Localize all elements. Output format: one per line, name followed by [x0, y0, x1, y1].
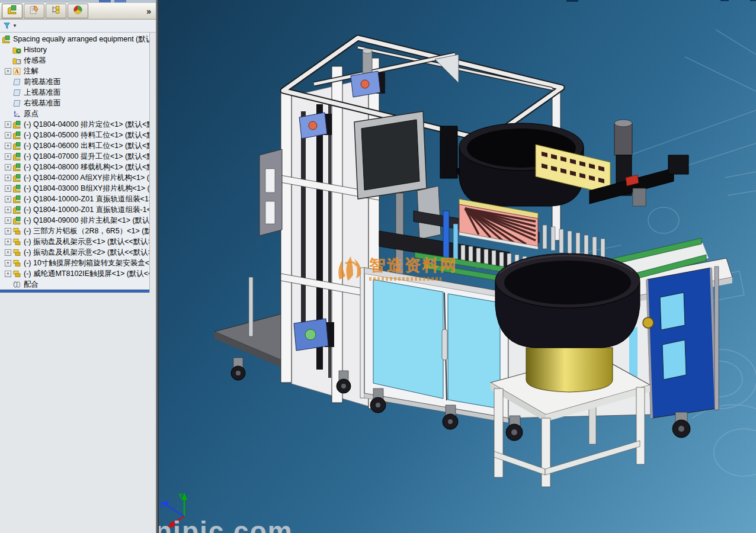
tree-item-label: (-) Q1804-06000 出料工位<1> (默认<默 — [24, 141, 149, 151]
tree-item-label: (-) Q1804-04000 排片定位<1> (默认<默 — [24, 120, 149, 130]
tree-item[interactable]: +(-) Q1804-10000-Z01 直振轨道组装-1<1 — [0, 204, 149, 215]
tree-item-label: (-) 10寸触摸屏控制箱旋转支架安装盒<1> — [24, 258, 149, 268]
plane-icon — [12, 88, 21, 97]
part-icon — [12, 227, 21, 236]
featuremanager-tree-tab[interactable] — [2, 4, 23, 18]
tree-item[interactable]: +(-) Q1804-02000 A组XY排片机构<1> (默 — [0, 172, 149, 183]
tree-item[interactable]: +(-) 振动盘及机架示意<1> (默认<<默认>_ — [0, 236, 149, 247]
funnel-icon — [3, 22, 11, 30]
tree-item[interactable]: +(-) 振动盘及机架示意<2> (默认<<默认>_ — [0, 247, 149, 258]
assembly-icon — [12, 195, 21, 204]
tree-item[interactable]: 原点 — [0, 108, 149, 119]
orientation-triad: Y Z X — [159, 492, 187, 528]
tree-item[interactable]: 前视基准面 — [0, 76, 149, 87]
tree-item[interactable]: History — [0, 44, 149, 55]
tree-item[interactable]: +(-) Q1804-04000 排片定位<1> (默认<默 — [0, 119, 149, 130]
tree-item[interactable]: 传感器 — [0, 55, 149, 66]
assembly-icon — [12, 120, 21, 129]
expand-toggle[interactable]: + — [5, 132, 11, 139]
slotted-bracket[interactable] — [260, 149, 282, 236]
displaymanager-tab[interactable] — [68, 4, 88, 18]
feature-tree: Spacing equally arranged equipment (默认 H… — [0, 33, 150, 293]
tree-item-label: (-) Q1804-02000 A组XY排片机构<1> (默 — [24, 173, 149, 183]
tree-item-label: (-) Q1804-03000 B组XY排片机构<1> (默 — [24, 184, 149, 194]
tree-item[interactable]: +(-) 10寸触摸屏控制箱旋转支架安装盒<1> — [0, 258, 149, 268]
top-edge-artifacts — [566, 0, 756, 2]
assembly-icon — [12, 142, 21, 150]
machine-3d-model[interactable] — [214, 38, 732, 487]
tree-item-label: 前视基准面 — [24, 77, 61, 87]
sensor-folder-icon — [12, 56, 21, 65]
panel-overflow-chevron[interactable]: » — [146, 7, 151, 16]
solidworks-window: » ▼ Spacing equally arranged equipment (… — [0, 0, 756, 533]
plane-icon — [12, 78, 21, 86]
assembly-icon — [12, 131, 21, 140]
tree-item[interactable]: +(-) Q1804-08000 移载机构<1> (默认<默 — [0, 162, 149, 172]
tree-item-label: (-) 振动盘及机架示意<1> (默认<<默认>_ — [24, 237, 149, 247]
tree-item-label: 原点 — [24, 109, 39, 119]
expand-toggle[interactable]: + — [5, 271, 11, 277]
tree-item-label: (-) Q1804-10000-Z01 直振轨道组装-1<1 — [24, 205, 149, 215]
configurationmanager-tab[interactable] — [46, 4, 66, 18]
machine-3d-scene: Y Z X — [159, 0, 756, 533]
expand-toggle[interactable]: + — [5, 239, 11, 245]
tree-item[interactable]: 右视基准面 — [0, 98, 149, 108]
configurationmanager-icon — [51, 5, 61, 17]
featuremanager-tab-bar: » — [0, 3, 156, 20]
assembly-icon — [12, 206, 21, 214]
expand-toggle[interactable]: + — [5, 228, 11, 235]
expand-toggle[interactable]: + — [5, 260, 11, 266]
expand-toggle[interactable]: + — [5, 121, 11, 128]
assembly-icon — [2, 35, 11, 44]
assembly-icon — [12, 216, 21, 225]
featuremanager-tree-icon — [7, 5, 17, 17]
tree-item[interactable]: +(-) Q1804-05000 待料工位<1> (默认<默 — [0, 130, 149, 140]
featuremanager-panel: » ▼ Spacing equally arranged equipment (… — [0, 0, 156, 533]
annotations-icon: A — [12, 67, 21, 76]
assembly-icon — [12, 152, 21, 161]
assembly-icon — [12, 163, 21, 172]
expand-toggle[interactable]: + — [5, 164, 11, 171]
expand-toggle[interactable]: + — [5, 175, 11, 181]
expand-toggle[interactable]: + — [5, 153, 11, 160]
tree-item-label: 上视基准面 — [24, 88, 61, 98]
expand-toggle[interactable]: + — [5, 207, 11, 213]
displaymanager-icon — [73, 5, 83, 17]
tree-item[interactable]: +A注解 — [0, 66, 149, 76]
graphics-area[interactable]: Y Z X — [159, 0, 756, 533]
tree-item[interactable]: 上视基准面 — [0, 87, 149, 98]
svg-text:A: A — [15, 69, 19, 75]
expand-toggle[interactable]: + — [5, 68, 11, 75]
tree-item-label: (-) 三部方片铝板（2R8，6R5）<1> (默认 — [24, 226, 149, 236]
part-icon — [12, 259, 21, 268]
tree-item-label: (-) 威纶通MT8102IE触摸屏<1> (默认<< — [24, 269, 149, 279]
expand-toggle[interactable]: + — [5, 217, 11, 224]
expand-toggle[interactable]: + — [5, 249, 11, 256]
tree-item[interactable]: +(-) Q1804-06000 出料工位<1> (默认<默 — [0, 140, 149, 151]
tree-item-label: 传感器 — [24, 56, 46, 66]
tree-item[interactable]: +(-) Q1804-09000 排片主机架<1> (默认< — [0, 215, 149, 226]
expand-toggle[interactable]: + — [5, 196, 11, 203]
panel-empty-area — [0, 293, 156, 529]
triad-z-label: Z — [159, 501, 164, 508]
history-folder-icon — [12, 46, 21, 54]
panel-splitter[interactable] — [156, 0, 159, 533]
tree-item[interactable]: +(-) Q1804-07000 提升工位<1> (默认<默 — [0, 151, 149, 162]
pink-fan-plate[interactable] — [459, 199, 538, 249]
tree-item-label: (-) Q1804-07000 提升工位<1> (默认<默 — [24, 152, 149, 162]
mates-icon — [12, 280, 21, 289]
tree-item[interactable]: +(-) 三部方片铝板（2R8，6R5）<1> (默认 — [0, 226, 149, 236]
tree-item[interactable]: +(-) Q1804-10000-Z01 直振轨道组装<1> — [0, 194, 149, 204]
expand-toggle[interactable]: + — [5, 143, 11, 149]
tree-root-item[interactable]: Spacing equally arranged equipment (默认 — [0, 34, 149, 44]
tree-item-label: (-) Q1804-08000 移载机构<1> (默认<默 — [24, 162, 149, 172]
tree-item[interactable]: 配合 — [0, 279, 149, 290]
part-icon — [12, 269, 21, 278]
tree-item[interactable]: +(-) 威纶通MT8102IE触摸屏<1> (默认<< — [0, 268, 149, 279]
propertymanager-tab[interactable] — [24, 4, 44, 18]
tree-item[interactable]: +(-) Q1804-03000 B组XY排片机构<1> (默 — [0, 183, 149, 194]
tree-item-label: 配合 — [24, 280, 39, 290]
expand-toggle[interactable]: + — [5, 185, 11, 192]
filter-dropdown-caret[interactable]: ▼ — [12, 23, 17, 28]
tree-filter-bar[interactable]: ▼ — [0, 20, 156, 33]
